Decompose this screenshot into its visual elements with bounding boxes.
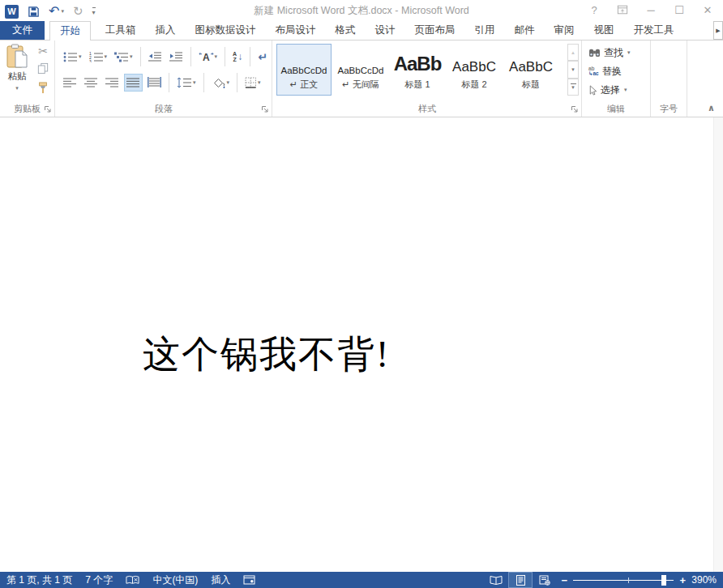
zoom-out-button[interactable]: − — [560, 574, 568, 586]
align-center-button[interactable] — [82, 74, 101, 92]
cut-button[interactable]: ✂ — [38, 44, 48, 58]
styles-scroll-down-button[interactable]: ▼ — [567, 61, 579, 78]
borders-button[interactable]: ▾ — [242, 74, 263, 92]
style-normal[interactable]: AaBbCcDd ↵ 正文 — [276, 44, 332, 96]
tab-home[interactable]: 开始 — [49, 21, 91, 40]
document-text[interactable]: 这个锅我不背! — [143, 330, 390, 380]
proofing-status-button[interactable] — [119, 572, 146, 588]
bullets-icon — [63, 52, 78, 62]
print-layout-icon — [516, 575, 526, 586]
align-left-button[interactable] — [61, 74, 79, 92]
tab-design[interactable]: 设计 — [366, 21, 405, 40]
distribute-button[interactable] — [145, 74, 164, 92]
undo-button[interactable]: ↶▾ — [49, 3, 64, 19]
tab-view[interactable]: 视图 — [584, 21, 624, 40]
word-logo-icon[interactable]: W — [5, 3, 19, 19]
word-count[interactable]: 7 个字 — [79, 572, 119, 588]
tab-references[interactable]: 引用 — [465, 21, 505, 40]
style-title[interactable]: AaBbC 标题 — [503, 44, 558, 96]
collapse-ribbon-button[interactable]: ∧ — [708, 103, 715, 113]
styles-scroll-up-button[interactable]: ▲ — [567, 44, 579, 61]
dialog-launcher-icon — [44, 105, 52, 113]
zoom-in-button[interactable]: + — [678, 574, 687, 586]
group-editing: 查找▾ ab↳ac 替换 选择▾ 编辑 — [582, 40, 651, 117]
save-button[interactable] — [28, 3, 40, 19]
tab-page-layout[interactable]: 页面布局 — [405, 21, 465, 40]
tab-mailings[interactable]: 邮件 — [505, 21, 545, 40]
shading-button[interactable]: ▾ — [209, 74, 233, 92]
help-button[interactable]: ? — [584, 2, 605, 18]
zoom-slider[interactable] — [573, 575, 674, 586]
group-label-font-size: 字号 — [651, 103, 687, 115]
style-heading-1[interactable]: AaBb 标题 1 — [390, 44, 445, 96]
paragraph-dialog-launcher[interactable] — [261, 105, 270, 114]
zoom-control: − + — [560, 574, 687, 586]
minimize-button[interactable]: ─ — [640, 2, 661, 18]
macro-record-button[interactable] — [237, 572, 262, 588]
select-button[interactable]: 选择▾ — [588, 82, 627, 98]
numbering-button[interactable]: 123 ▾ — [87, 48, 110, 66]
increase-indent-icon — [169, 52, 183, 62]
maximize-button[interactable]: ☐ — [669, 2, 690, 18]
dialog-launcher-icon — [571, 105, 579, 113]
tab-insert[interactable]: 插入 — [146, 21, 186, 40]
styles-dialog-launcher[interactable] — [571, 105, 580, 114]
tab-file[interactable]: 文件 — [0, 21, 45, 40]
multilevel-list-button[interactable]: ▾ — [112, 48, 135, 66]
close-button[interactable]: ✕ — [697, 2, 718, 18]
zoom-level[interactable]: 390% — [690, 574, 723, 586]
print-layout-button[interactable] — [508, 572, 533, 588]
line-spacing-icon — [177, 77, 192, 88]
vertical-scrollbar[interactable] — [713, 117, 723, 572]
group-label-styles: 样式 — [273, 103, 581, 115]
ribbon-display-options-button[interactable] — [612, 2, 633, 18]
redo-button[interactable]: ↻ — [73, 3, 83, 19]
group-font-size: 字号 — [651, 40, 687, 117]
tab-layout-design[interactable]: 布局设计 — [266, 21, 326, 40]
web-layout-button[interactable] — [533, 572, 557, 588]
replace-button[interactable]: ab↳ac 替换 — [588, 63, 622, 79]
tab-chart-data-design[interactable]: 图标数据设计 — [186, 21, 266, 40]
decrease-indent-button[interactable] — [146, 48, 165, 66]
justify-button[interactable] — [124, 74, 143, 92]
group-paragraph: ▾ 123 ▾ ▾ — [56, 40, 272, 117]
shading-icon — [212, 77, 226, 88]
style-heading-2[interactable]: AaBbC 标题 2 — [447, 44, 502, 96]
tab-developer[interactable]: 开发工具 — [624, 21, 684, 40]
sort-az-icon: AZ — [233, 51, 237, 62]
paste-dropdown-arrow[interactable]: ▾ — [15, 85, 19, 92]
zoom-slider-handle[interactable] — [661, 575, 666, 586]
language-indicator[interactable]: 中文(中国) — [146, 572, 204, 588]
ribbon-display-icon — [617, 4, 628, 15]
align-right-button[interactable] — [103, 74, 122, 92]
binoculars-icon — [588, 48, 601, 58]
asian-layout-button[interactable]: A ▾ — [196, 48, 220, 66]
style-no-spacing[interactable]: AaBbCcDd ↵ 无间隔 — [333, 44, 388, 96]
window-controls: ? ─ ☐ ✕ — [584, 2, 718, 18]
show-marks-button[interactable]: ↵ — [255, 48, 270, 66]
line-spacing-button[interactable]: ▾ — [174, 74, 199, 92]
format-painter-button[interactable] — [37, 82, 49, 97]
tab-format[interactable]: 格式 — [326, 21, 366, 40]
increase-indent-button[interactable] — [167, 48, 186, 66]
tab-toolbox[interactable]: 工具箱 — [96, 21, 146, 40]
dialog-launcher-icon — [261, 105, 269, 113]
undo-dropdown-arrow[interactable]: ▾ — [61, 8, 64, 15]
clipboard-dialog-launcher[interactable] — [44, 105, 53, 114]
insert-mode-indicator[interactable]: 插入 — [204, 572, 237, 588]
read-mode-button[interactable] — [484, 572, 508, 588]
ribbon-scroll-right-button[interactable]: ▶ — [713, 21, 723, 40]
paste-button[interactable]: 粘贴 ▾ — [3, 44, 31, 100]
tab-review[interactable]: 审阅 — [545, 21, 584, 40]
format-painter-icon — [37, 82, 49, 94]
document-canvas[interactable]: 这个锅我不背! — [0, 117, 723, 572]
copy-button[interactable] — [37, 62, 49, 78]
distribute-icon — [148, 77, 161, 88]
qat-customize-button[interactable]: ▾ — [92, 3, 96, 19]
styles-more-button[interactable]: ▼ — [567, 79, 579, 96]
page-indicator[interactable]: 第 1 页, 共 1 页 — [0, 572, 79, 588]
find-button[interactable]: 查找▾ — [588, 45, 631, 61]
bullets-button[interactable]: ▾ — [61, 48, 84, 66]
svg-text:A: A — [203, 52, 210, 62]
sort-button[interactable]: AZ↓ — [230, 48, 245, 66]
